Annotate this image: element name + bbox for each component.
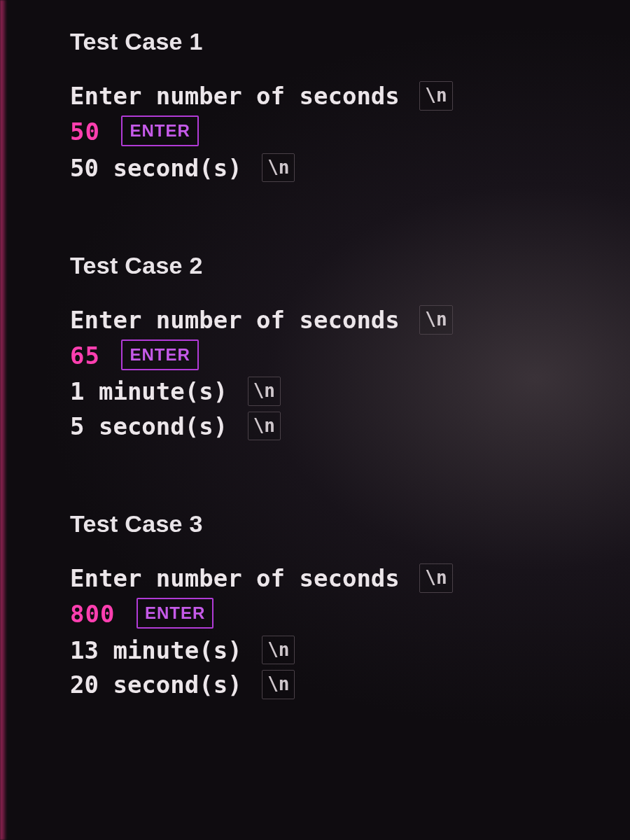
test-case-3-output-0: 13 minute(s) \n <box>70 634 602 668</box>
test-case-3-input-line: 800 ENTER <box>70 597 602 631</box>
test-case-2-input: 65 <box>70 342 100 370</box>
newline-badge: \n <box>262 670 295 699</box>
test-case-3-output-1: 20 second(s) \n <box>70 668 602 702</box>
test-case-2-output-1-text: 5 second(s) <box>70 412 227 440</box>
test-case-1-output-0: 50 second(s) \n <box>70 151 602 186</box>
test-case-1-input-line: 50 ENTER <box>70 115 602 149</box>
test-case-3: Test Case 3 Enter number of seconds \n 8… <box>70 510 602 702</box>
test-case-2: Test Case 2 Enter number of seconds \n 6… <box>70 252 602 444</box>
test-case-2-input-line: 65 ENTER <box>70 339 602 373</box>
test-case-2-output-0-text: 1 minute(s) <box>70 377 227 405</box>
test-case-2-title: Test Case 2 <box>70 252 602 279</box>
newline-badge: \n <box>262 636 295 665</box>
newline-badge: \n <box>262 153 295 183</box>
test-case-1-input: 50 <box>70 118 100 146</box>
test-case-3-title: Test Case 3 <box>70 510 602 538</box>
newline-badge: \n <box>419 564 452 593</box>
test-case-2-prompt-line: Enter number of seconds \n <box>70 303 602 337</box>
test-case-2-prompt: Enter number of seconds <box>70 306 400 334</box>
test-cases-panel: Test Case 1 Enter number of seconds \n 5… <box>0 0 630 840</box>
test-case-1-title: Test Case 1 <box>70 28 602 55</box>
test-case-1-output-0-text: 50 second(s) <box>70 154 242 182</box>
newline-badge: \n <box>419 81 452 111</box>
test-case-3-output-0-text: 13 minute(s) <box>70 636 242 664</box>
test-case-2-output-0: 1 minute(s) \n <box>70 374 602 409</box>
test-case-3-input: 800 <box>70 600 115 628</box>
newline-badge: \n <box>248 412 281 441</box>
newline-badge: \n <box>419 305 452 335</box>
test-case-3-prompt-line: Enter number of seconds \n <box>70 561 602 596</box>
test-case-2-output-1: 5 second(s) \n <box>70 410 602 444</box>
test-case-3-output-1-text: 20 second(s) <box>70 671 242 699</box>
enter-key-badge: ENTER <box>121 115 198 146</box>
enter-key-badge: ENTER <box>121 340 198 370</box>
enter-key-badge: ENTER <box>136 598 214 629</box>
newline-badge: \n <box>248 377 281 406</box>
test-case-1-prompt-line: Enter number of seconds \n <box>70 79 602 113</box>
test-case-3-prompt: Enter number of seconds <box>70 564 400 592</box>
test-case-1-prompt: Enter number of seconds <box>70 82 400 110</box>
test-case-1: Test Case 1 Enter number of seconds \n 5… <box>70 28 602 186</box>
